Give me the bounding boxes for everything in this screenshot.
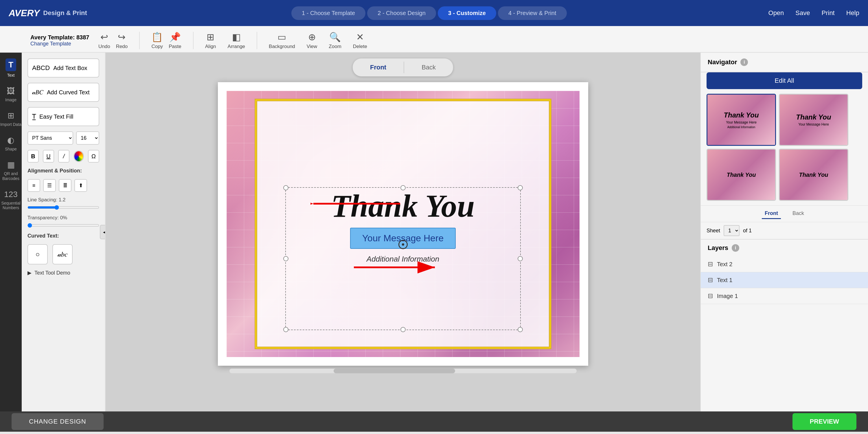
copy-label: Copy [151, 44, 163, 50]
thumb-1[interactable]: Thank You Your Message Here Additional I… [707, 94, 776, 146]
line-spacing-slider[interactable] [28, 205, 99, 210]
italic-button[interactable]: / [58, 150, 69, 163]
color-picker[interactable] [73, 151, 84, 162]
special-chars-button[interactable]: Ω [88, 150, 99, 163]
layer-text2[interactable]: ⊟ Text 2 [701, 256, 868, 272]
front-mini-tab[interactable]: Front [762, 209, 781, 219]
canvas-card[interactable]: Thank You Your Message Here Additional I… [255, 99, 551, 348]
thumb-3[interactable]: Thank You [707, 149, 776, 201]
paste-button[interactable]: 📌 Paste [169, 32, 181, 50]
add-text-box-button[interactable]: ABCD Add Text Box [28, 58, 99, 78]
back-tab[interactable]: Back [407, 60, 450, 75]
undo-label: Undo [98, 44, 110, 50]
add-curved-text-button[interactable]: 𝒶𝐵𝐶 Add Curved Text [28, 83, 99, 102]
toolbar-sep-3 [257, 32, 257, 49]
undo-button[interactable]: ↩ Undo [98, 32, 110, 50]
layer-image1[interactable]: ⊟ Image 1 [701, 288, 868, 304]
print-button[interactable]: Print [822, 9, 835, 17]
canvas-area: Front Back Thank You Your Message Here A… [105, 53, 700, 411]
curved-arc-option[interactable]: 𝒶𝑏𝑐 [52, 244, 73, 265]
align-top-button[interactable]: ⬆ [74, 179, 87, 192]
sidebar-item-sequential[interactable]: 123 Sequential Numbers [0, 190, 22, 211]
text-tool-demo-button[interactable]: ▶ Text Tool Demo [28, 270, 99, 276]
sidebar-item-import[interactable]: ⊞ Import Data [0, 111, 22, 127]
step-2-btn[interactable]: 2 - Choose Design [367, 6, 436, 20]
open-button[interactable]: Open [769, 9, 784, 17]
thumb-1-sub: Your Message Here [726, 120, 756, 124]
sidebar-item-qr[interactable]: ▦ QR and Barcodes [0, 160, 22, 181]
thumb-1-title: Thank You [724, 111, 758, 119]
thumb-2[interactable]: Thank You Your Message Here [779, 94, 848, 146]
message-box[interactable]: Your Message Here [350, 228, 456, 249]
template-title: Avery Template: 8387 [30, 34, 93, 41]
card-inner: Thank You Your Message Here Additional I… [256, 100, 550, 347]
layer-image1-label: Image 1 [717, 293, 738, 300]
edit-all-button[interactable]: Edit All [707, 72, 862, 89]
thumb-1-sub2: Additional Information [727, 126, 755, 129]
back-mini-tab[interactable]: Back [789, 209, 807, 219]
transparency-slider[interactable] [28, 223, 99, 228]
thumb-4[interactable]: Thank You [779, 149, 848, 201]
font-row: PT Sans 16 [28, 131, 99, 145]
logo-area: AVERY Design & Print [9, 8, 90, 19]
layers-title: Layers [708, 244, 728, 252]
redo-button[interactable]: ↪ Redo [116, 32, 128, 50]
change-design-button[interactable]: CHANGE DESIGN [11, 413, 103, 430]
thumb-4-inner: Thank You [780, 150, 847, 200]
align-right-button[interactable]: ≣ [59, 179, 71, 192]
background-icon: ▭ [277, 32, 286, 42]
transparency-label: Transparency: 0% [28, 215, 99, 221]
step-3-btn[interactable]: 3 - Customize [438, 6, 496, 20]
zoom-button[interactable]: 🔍 Zoom [329, 32, 341, 50]
layer-image1-icon: ⊟ [708, 292, 713, 300]
view-button[interactable]: ⊕ View [307, 32, 317, 50]
navigator-thumbnails: Thank You Your Message Here Additional I… [701, 89, 868, 206]
sidebar-sequential-label: Sequential Numbers [0, 201, 22, 211]
navigator-info-badge[interactable]: i [740, 58, 748, 66]
curved-none-option[interactable]: ○ [28, 244, 48, 265]
layers-header: Layers i [701, 240, 868, 256]
scrollbar-thumb[interactable] [334, 369, 455, 373]
sidebar-import-label: Import Data [0, 122, 22, 127]
easy-text-fill-button[interactable]: T̲ Easy Text Fill [28, 107, 99, 126]
align-label: Align [205, 44, 216, 50]
underline-button[interactable]: U [43, 150, 54, 163]
align-left-button[interactable]: ≡ [28, 179, 40, 192]
right-panel: Navigator i Edit All Thank You Your Mess… [700, 53, 868, 411]
layer-text1-label: Text 1 [717, 277, 732, 283]
sheet-select[interactable]: 1 [724, 225, 740, 236]
save-button[interactable]: Save [795, 9, 810, 17]
align-center-button[interactable]: ☰ [43, 179, 56, 192]
align-button[interactable]: ⊞ Align [205, 32, 216, 50]
front-tab[interactable]: Front [355, 60, 401, 75]
sidebar-shape-label: Shape [5, 147, 17, 151]
sequential-icon: 123 [4, 190, 18, 199]
copy-button[interactable]: 📋 Copy [151, 32, 163, 50]
logo-avery: AVERY [9, 8, 40, 19]
sidebar-text-label: Text [7, 73, 15, 78]
text-icon: T [5, 58, 16, 71]
sidebar-item-shape[interactable]: ◐ Shape [5, 135, 17, 151]
background-label: Background [269, 44, 295, 50]
step-1-btn[interactable]: 1 - Choose Template [291, 6, 365, 20]
bold-button[interactable]: B [28, 150, 39, 163]
help-button[interactable]: Help [846, 9, 859, 17]
horizontal-scrollbar[interactable] [229, 369, 577, 373]
background-button[interactable]: ▭ Background [269, 32, 295, 50]
layer-text2-icon: ⊟ [708, 260, 713, 268]
step-4-btn[interactable]: 4 - Preview & Print [498, 6, 567, 20]
font-size-select[interactable]: 16 [76, 131, 99, 145]
delete-button[interactable]: ✕ Delete [353, 32, 367, 50]
sidebar-item-image[interactable]: 🖼 Image [5, 86, 17, 102]
align-row: ≡ ☰ ≣ ⬆ [28, 179, 99, 192]
font-family-select[interactable]: PT Sans [28, 131, 73, 145]
zoom-label: Zoom [329, 44, 341, 50]
arrange-button[interactable]: ◧ Arrange [228, 32, 245, 50]
layer-text1[interactable]: ⊟ Text 1 [701, 272, 868, 288]
preview-button[interactable]: PREVIEW [793, 413, 857, 430]
add-curved-label: Add Curved Text [47, 89, 90, 96]
collapse-panel-button[interactable]: ◀ [100, 225, 105, 239]
layers-info-badge[interactable]: i [732, 244, 739, 252]
change-template-link[interactable]: Change Template [30, 41, 93, 47]
sidebar-item-text[interactable]: T Text [5, 58, 16, 78]
